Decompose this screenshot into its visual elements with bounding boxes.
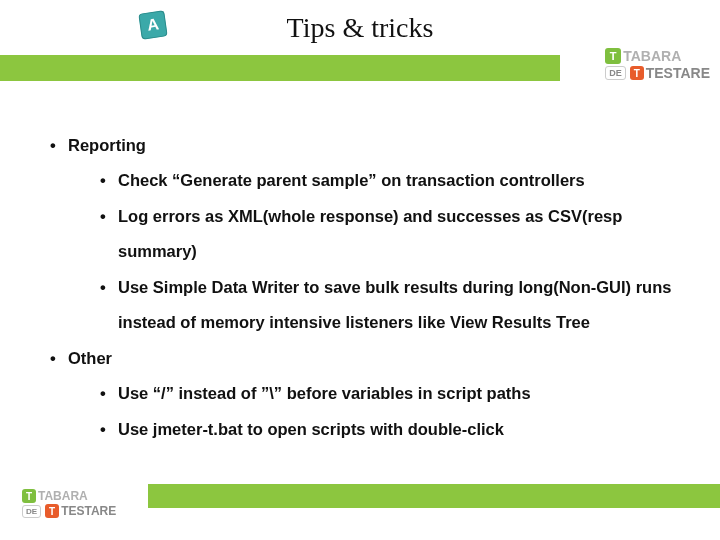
bullet-text: Reporting bbox=[68, 136, 146, 154]
title-icon: A bbox=[140, 12, 166, 38]
logo-tile-icon: T bbox=[22, 489, 36, 503]
bullet-l1: Reporting Check “Generate parent sample”… bbox=[50, 128, 680, 341]
logo-tile-icon: T bbox=[45, 504, 59, 518]
bullet-text: Check “Generate parent sample” on transa… bbox=[118, 171, 585, 189]
bullet-text: Other bbox=[68, 349, 112, 367]
logo-word-1: TABARA bbox=[38, 490, 88, 502]
logo-word-1: TABARA bbox=[623, 49, 681, 63]
logo: T TABARA DE T TESTARE bbox=[22, 489, 116, 518]
logo: T TABARA DE T TESTARE bbox=[605, 48, 710, 80]
logo-row-2: DE T TESTARE bbox=[22, 504, 116, 518]
logo-row-1: T TABARA bbox=[605, 48, 710, 64]
logo-row-2: DE T TESTARE bbox=[605, 66, 710, 80]
slide-title: Tips & tricks bbox=[0, 12, 720, 44]
logo-word-2: TESTARE bbox=[646, 66, 710, 80]
logo-word-2: TESTARE bbox=[61, 505, 116, 517]
logo-tile-icon: T bbox=[630, 66, 644, 80]
bullet-l2: Log errors as XML(whole response) and su… bbox=[88, 199, 680, 270]
logo-bottom: T TABARA DE T TESTARE bbox=[22, 489, 116, 518]
logo-tile-icon: T bbox=[605, 48, 621, 64]
bullet-text: Use Simple Data Writer to save bulk resu… bbox=[118, 278, 671, 331]
bullet-text: Log errors as XML(whole response) and su… bbox=[118, 207, 622, 260]
a-icon: A bbox=[138, 10, 167, 39]
logo-row-1: T TABARA bbox=[22, 489, 116, 503]
content-body: Reporting Check “Generate parent sample”… bbox=[50, 128, 680, 447]
bullet-l2: Check “Generate parent sample” on transa… bbox=[88, 163, 680, 198]
logo-de: DE bbox=[22, 505, 41, 518]
bullet-text: Use jmeter-t.bat to open scripts with do… bbox=[118, 420, 504, 438]
bullet-text: Use “/” instead of ”\” before variables … bbox=[118, 384, 531, 402]
logo-top: T TABARA DE T TESTARE bbox=[605, 48, 710, 80]
bullet-l1: Other Use “/” instead of ”\” before vari… bbox=[50, 341, 680, 447]
bullet-l2: Use Simple Data Writer to save bulk resu… bbox=[88, 270, 680, 341]
accent-bar-bottom bbox=[148, 484, 720, 508]
bullet-l2: Use “/” instead of ”\” before variables … bbox=[88, 376, 680, 411]
accent-bar-top bbox=[0, 55, 560, 81]
title-row: A Tips & tricks bbox=[0, 8, 720, 48]
bullet-l2: Use jmeter-t.bat to open scripts with do… bbox=[88, 412, 680, 447]
slide: A Tips & tricks T TABARA DE T TESTARE Re… bbox=[0, 0, 720, 540]
logo-de: DE bbox=[605, 66, 626, 80]
